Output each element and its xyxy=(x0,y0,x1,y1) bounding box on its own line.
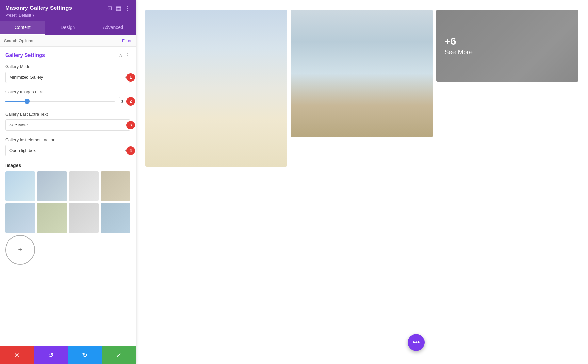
tab-advanced[interactable]: Advanced xyxy=(90,21,136,35)
see-more-overlay[interactable]: +6 See More xyxy=(436,10,578,82)
image-thumb[interactable] xyxy=(37,171,67,201)
preset-label[interactable]: Preset: Default ▾ xyxy=(5,13,130,18)
columns-icon[interactable]: ▦ xyxy=(116,5,121,12)
gallery-settings-section-header: Gallery Settings ∧ ⋮ xyxy=(5,52,130,58)
save-button[interactable]: ✓ xyxy=(102,346,136,364)
image-thumb[interactable] xyxy=(101,171,130,201)
header-icons: ⊡ ▦ ⋮ xyxy=(107,5,130,12)
gallery-images-limit-field: Gallery Images Limit 2 xyxy=(5,90,130,105)
slider-fill xyxy=(5,101,27,102)
search-bar: + Filter xyxy=(0,35,136,47)
images-label: Images xyxy=(5,163,130,168)
gallery-last-element-action-badge: 4 xyxy=(126,146,135,155)
gallery-images-limit-label: Gallery Images Limit xyxy=(5,90,130,94)
focus-icon[interactable]: ⊡ xyxy=(107,5,112,12)
gallery-image-desert xyxy=(145,10,287,167)
image-thumb: + xyxy=(5,235,35,265)
gallery-image-room: +6 See More xyxy=(436,10,578,82)
gallery-last-extra-text-field: Gallery Last Extra Text 3 xyxy=(5,112,130,131)
sidebar-header: Masonry Gallery Settings ⊡ ▦ ⋮ Preset: D… xyxy=(0,0,136,21)
undo-button[interactable]: ↺ xyxy=(34,346,68,364)
image-thumb[interactable] xyxy=(69,171,99,201)
slider-track xyxy=(5,101,115,102)
section-actions: ∧ ⋮ xyxy=(119,52,130,58)
gallery-last-element-action-select-wrap: Open lightbox Open URL Nothing ▾ 4 xyxy=(5,145,130,156)
search-input[interactable] xyxy=(4,38,119,43)
bottom-bar: ✕ ↺ ↻ ✓ xyxy=(0,346,136,364)
image-thumb[interactable] xyxy=(37,203,67,233)
gallery-last-extra-text-label: Gallery Last Extra Text xyxy=(5,112,130,117)
redo-button[interactable]: ↻ xyxy=(68,346,102,364)
images-grid: + xyxy=(5,171,130,265)
more-icon[interactable]: ⋮ xyxy=(124,5,130,12)
gallery-last-element-action-label: Gallery last element action xyxy=(5,137,130,142)
see-more-text: See More xyxy=(444,48,473,56)
gallery-image-pier xyxy=(291,10,433,137)
add-image-button[interactable]: + xyxy=(5,235,35,265)
dots-icon: ••• xyxy=(412,338,420,347)
images-section: Images + xyxy=(5,163,130,265)
gallery-last-extra-text-badge: 3 xyxy=(126,121,135,129)
filter-button[interactable]: + Filter xyxy=(119,38,132,43)
cancel-button[interactable]: ✕ xyxy=(0,346,34,364)
gallery-grid: +6 See More xyxy=(145,10,578,167)
slider-thumb[interactable] xyxy=(24,99,30,104)
image-thumb[interactable] xyxy=(5,171,35,201)
tab-design[interactable]: Design xyxy=(45,21,90,35)
gallery-mode-select[interactable]: Minimized Gallery Full Gallery Grid Gall… xyxy=(5,72,130,83)
sidebar-content: Gallery Settings ∧ ⋮ Gallery Mode Minimi… xyxy=(0,47,136,346)
image-thumb[interactable] xyxy=(69,203,99,233)
gallery-last-element-action-field: Gallery last element action Open lightbo… xyxy=(5,137,130,156)
gallery-mode-badge: 1 xyxy=(126,73,135,82)
image-thumb[interactable] xyxy=(101,203,130,233)
gallery-images-limit-badge: 2 xyxy=(126,97,135,106)
sidebar-title: Masonry Gallery Settings xyxy=(5,5,72,11)
gallery-mode-field: Gallery Mode Minimized Gallery Full Gall… xyxy=(5,64,130,83)
fab-button[interactable]: ••• xyxy=(408,334,425,351)
tab-content[interactable]: Content xyxy=(0,21,45,35)
gallery-mode-label: Gallery Mode xyxy=(5,64,130,69)
see-more-count: +6 xyxy=(444,36,456,46)
preview-area: +6 See More ••• xyxy=(136,0,588,364)
collapse-icon[interactable]: ∧ xyxy=(119,52,122,58)
image-thumb[interactable] xyxy=(5,203,35,233)
tab-bar: Content Design Advanced xyxy=(0,21,136,35)
gallery-last-extra-text-input[interactable] xyxy=(5,119,130,131)
section-more-icon[interactable]: ⋮ xyxy=(125,52,130,58)
gallery-mode-select-wrap: Minimized Gallery Full Gallery Grid Gall… xyxy=(5,72,130,83)
sidebar: Masonry Gallery Settings ⊡ ▦ ⋮ Preset: D… xyxy=(0,0,136,364)
section-title: Gallery Settings xyxy=(5,52,45,58)
gallery-last-element-action-select[interactable]: Open lightbox Open URL Nothing xyxy=(5,145,130,156)
